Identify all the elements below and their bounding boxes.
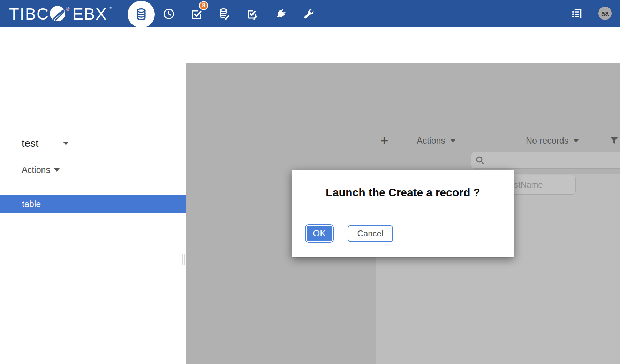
logo-ebx-text: EBX — [72, 6, 107, 22]
toolbar-actions-label: Actions — [417, 136, 445, 146]
toolbar-actions-menu[interactable]: Actions — [417, 131, 456, 150]
dialog-buttons: OK Cancel — [306, 225, 393, 242]
dialog-title: Launch the Create a record ? — [292, 186, 514, 199]
create-record-button[interactable]: + — [380, 131, 388, 150]
nav-data-active-highlight[interactable] — [128, 1, 155, 28]
checkbox-check-icon — [190, 8, 203, 20]
records-count-label: No records — [526, 136, 568, 146]
nav-validation-button[interactable] — [245, 6, 260, 22]
dataset-caret-icon[interactable] — [63, 142, 69, 145]
ok-button[interactable]: OK — [306, 225, 333, 242]
sidebar: test Actions table — [0, 63, 186, 364]
records-caret-icon — [573, 139, 579, 142]
clock-icon — [162, 8, 175, 20]
plus-icon: + — [380, 133, 388, 148]
top-navbar: TIBC ® EBX ™ — [0, 0, 620, 27]
sidebar-actions-caret-icon[interactable] — [54, 168, 60, 172]
nav-data-edit-button[interactable] — [217, 6, 232, 22]
tasks-badge: 8 — [199, 1, 208, 10]
header-band: Master Data - Reference table ? — [0, 27, 620, 63]
filter-funnel-icon — [609, 136, 619, 145]
registered-mark: ® — [66, 6, 69, 12]
nav-admin-button[interactable] — [301, 6, 316, 22]
records-count-menu[interactable]: No records — [526, 131, 579, 150]
plug-icon — [274, 8, 287, 20]
tibco-ebx-logo: TIBC ® EBX ™ — [9, 0, 115, 27]
nav-history-button[interactable] — [161, 6, 176, 22]
wrench-icon — [302, 8, 315, 20]
search-input[interactable] — [488, 153, 620, 167]
panel-resize-gripper[interactable] — [182, 254, 186, 265]
cancel-button[interactable]: Cancel — [348, 225, 393, 242]
list-report-icon — [570, 8, 583, 20]
sidebar-item-table[interactable]: table — [0, 195, 186, 213]
database-icon — [134, 7, 148, 21]
search-icon — [475, 155, 485, 166]
tibco-globe-icon — [50, 6, 66, 22]
dataset-selector[interactable]: test — [22, 137, 38, 149]
user-avatar[interactable]: aa — [598, 7, 612, 20]
filter-button[interactable] — [609, 131, 619, 150]
nav-integration-button[interactable] — [273, 6, 288, 22]
app-root: TIBC ® EBX ™ — [0, 0, 620, 364]
toolbar-actions-caret-icon — [450, 139, 456, 142]
database-edit-icon — [218, 8, 231, 20]
search-box[interactable] — [471, 152, 620, 169]
trademark-mark: ™ — [108, 6, 112, 11]
sidebar-item-label: table — [22, 199, 41, 209]
sidebar-actions-menu[interactable]: Actions — [22, 165, 50, 175]
checkbox-edit-icon — [246, 8, 259, 20]
confirm-dialog: Launch the Create a record ? OK Cancel — [292, 170, 514, 257]
logo-tibco-text: TIBC — [9, 6, 49, 22]
nav-report-button[interactable] — [569, 6, 584, 22]
